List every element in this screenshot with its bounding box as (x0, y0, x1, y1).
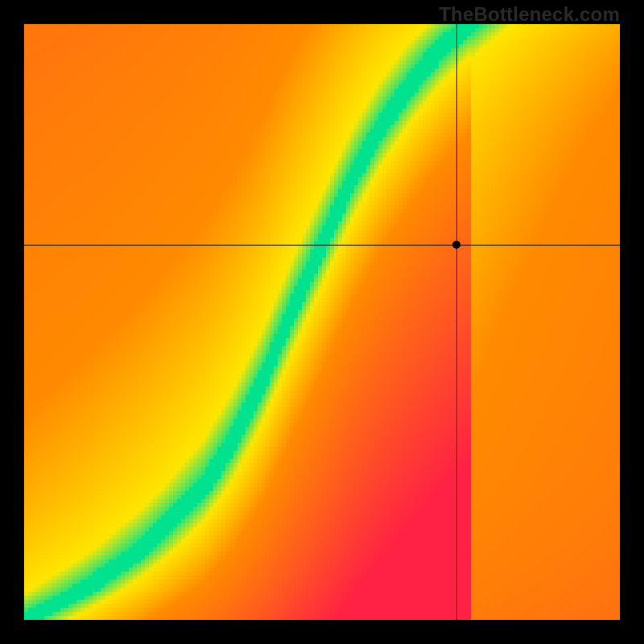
chart-frame: TheBottleneck.com (0, 0, 644, 644)
heatmap-canvas (24, 24, 620, 620)
attribution-label: TheBottleneck.com (439, 3, 620, 26)
heatmap-plot (24, 24, 620, 620)
